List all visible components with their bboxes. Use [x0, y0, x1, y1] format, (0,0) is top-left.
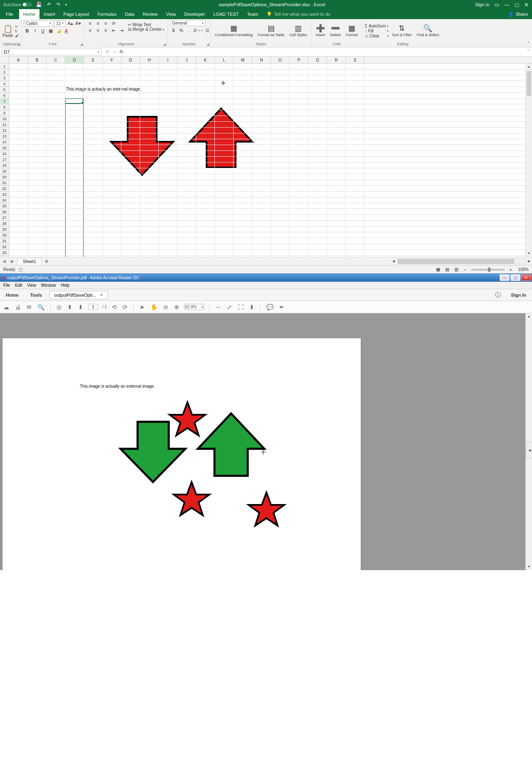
font-dialog-launcher[interactable]: ◢: [80, 42, 83, 46]
align-middle-icon[interactable]: ≡: [95, 20, 101, 27]
scroll-up-icon[interactable]: ▲: [526, 64, 532, 70]
increase-font-icon[interactable]: A▴: [67, 20, 74, 27]
column-header-p[interactable]: P: [290, 57, 308, 63]
zoom-out-icon[interactable]: ⊖: [163, 304, 169, 310]
row-header-32[interactable]: 32: [0, 244, 9, 250]
column-header-l[interactable]: L: [215, 57, 234, 63]
select-all-corner[interactable]: [0, 57, 9, 63]
conditional-formatting-button[interactable]: ▦Conditional Formatting: [213, 25, 254, 38]
horizontal-scrollbar[interactable]: ◀ ▶: [391, 258, 532, 264]
column-header-k[interactable]: K: [196, 57, 215, 63]
add-sheet-icon[interactable]: ⊕: [42, 259, 52, 263]
acrobat-signin-link[interactable]: Sign In: [505, 293, 532, 298]
fit-page-icon[interactable]: ⤢: [226, 304, 233, 310]
decrease-decimal-icon[interactable]: ←.0: [201, 27, 208, 34]
ribbon-tab-review[interactable]: Review: [138, 9, 162, 19]
font-size-select[interactable]: 11▾: [54, 20, 66, 27]
sign-in-link[interactable]: Sign in: [475, 2, 489, 7]
acrobat-tools-tab[interactable]: Tools: [25, 293, 48, 298]
paste-button[interactable]: 📋 Paste: [2, 24, 13, 38]
share-button[interactable]: 👤 Share: [504, 12, 532, 17]
row-header-3[interactable]: 3: [0, 75, 9, 81]
scrollbar-thumb[interactable]: [527, 71, 531, 96]
ribbon-tab-developer[interactable]: Developer: [180, 9, 209, 19]
currency-icon[interactable]: $: [170, 27, 177, 34]
clear-button[interactable]: ◇Clear▾: [365, 34, 389, 38]
row-header-2[interactable]: 2: [0, 69, 9, 75]
row-header-30[interactable]: 30: [0, 232, 9, 238]
acrobat-maximize-icon[interactable]: ◻: [510, 274, 520, 281]
view-page-break-icon[interactable]: ▥: [452, 267, 461, 272]
ribbon-tab-load-test[interactable]: LOAD TEST: [209, 9, 243, 19]
delete-cells-button[interactable]: ➖Delete: [328, 25, 342, 38]
hscroll-left-icon[interactable]: ◀: [391, 259, 397, 263]
row-header-6[interactable]: 6: [0, 93, 9, 98]
view-normal-icon[interactable]: ▦: [433, 267, 443, 272]
format-cells-button[interactable]: ▦Format: [344, 25, 360, 38]
selection-tool-icon[interactable]: ➤: [139, 304, 145, 310]
ribbon-tab-data[interactable]: Data: [121, 9, 138, 19]
enter-formula-icon[interactable]: ✓: [113, 49, 116, 54]
ribbon-display-icon[interactable]: ▭: [494, 2, 499, 8]
align-bottom-icon[interactable]: ≡: [102, 20, 109, 27]
qat-customize-icon[interactable]: ▾: [64, 3, 69, 7]
ribbon-tab-home[interactable]: Home: [19, 9, 39, 19]
ribbon-tab-insert[interactable]: Insert: [39, 9, 59, 19]
row-header-10[interactable]: 10: [0, 116, 9, 122]
column-header-s[interactable]: S: [346, 57, 365, 63]
format-as-table-button[interactable]: ▤Format as Table: [256, 25, 286, 38]
ribbon-tab-page-layout[interactable]: Page Layout: [59, 9, 94, 19]
acrobat-scroll-up-icon[interactable]: ▲: [526, 313, 532, 320]
column-header-q[interactable]: Q: [308, 57, 327, 63]
column-header-d[interactable]: D: [65, 57, 84, 63]
fullscreen-icon[interactable]: ⛶: [237, 304, 244, 310]
acrobat-help-icon[interactable]: ⓘ: [491, 291, 505, 299]
page-down-icon[interactable]: ⬇: [77, 304, 84, 310]
expand-formula-bar-icon[interactable]: ˅: [525, 49, 532, 54]
menu-file[interactable]: File: [2, 283, 12, 288]
tell-me-search[interactable]: 💡 Tell me what you want to do: [262, 12, 335, 17]
find-select-button[interactable]: 🔍Find & Select: [415, 25, 441, 38]
acrobat-document-area[interactable]: This image is actually an external image…: [0, 313, 532, 570]
clipboard-dialog-launcher[interactable]: ◢: [17, 42, 20, 46]
name-box-dropdown-icon[interactable]: ▾: [98, 50, 99, 54]
ribbon-tab-view[interactable]: View: [162, 9, 180, 19]
orientation-icon[interactable]: ⟳: [110, 20, 117, 27]
row-header-22[interactable]: 22: [0, 186, 9, 192]
page-number-input[interactable]: [88, 304, 98, 310]
autosum-button[interactable]: ΣAutoSum▾: [365, 24, 389, 28]
next-view-icon[interactable]: ⟳: [122, 304, 128, 310]
row-header-21[interactable]: 21: [0, 180, 9, 186]
font-color-button[interactable]: A: [63, 27, 69, 34]
row-header-28[interactable]: 28: [0, 221, 9, 226]
increase-indent-icon[interactable]: ⇥: [118, 27, 125, 34]
read-mode-icon[interactable]: ⬇: [249, 304, 255, 310]
row-header-16[interactable]: 16: [0, 151, 9, 157]
column-header-m[interactable]: M: [234, 57, 252, 63]
row-header-15[interactable]: 15: [0, 145, 9, 151]
page-thumbnails-icon[interactable]: ◎: [56, 304, 62, 310]
vertical-scrollbar[interactable]: ▲ ▼: [525, 64, 532, 257]
hscroll-right-icon[interactable]: ▶: [526, 259, 532, 263]
merge-center-button[interactable]: ⊟ Merge & Center ▾: [128, 27, 165, 32]
acrobat-close-icon[interactable]: ✕: [521, 274, 531, 281]
border-button[interactable]: ▦: [47, 28, 54, 34]
acrobat-scroll-down-icon[interactable]: ▼: [526, 563, 532, 570]
column-header-o[interactable]: O: [271, 57, 290, 63]
column-header-n[interactable]: N: [252, 57, 271, 63]
row-header-4[interactable]: 4: [0, 81, 9, 87]
worksheet-image-arrows[interactable]: [63, 100, 313, 225]
fill-color-button[interactable]: ◢: [55, 28, 62, 34]
column-header-r[interactable]: R: [327, 57, 346, 63]
decrease-font-icon[interactable]: A▾: [75, 20, 81, 27]
autosave-toggle[interactable]: AutoSave: [3, 2, 32, 7]
row-header-33[interactable]: 33: [0, 250, 9, 256]
menu-view[interactable]: View: [25, 283, 38, 288]
row-header-7[interactable]: 7: [0, 98, 9, 104]
column-header-i[interactable]: I: [159, 57, 177, 63]
acrobat-home-tab[interactable]: Home: [0, 293, 25, 298]
zoom-in-icon[interactable]: +: [507, 267, 515, 272]
menu-help[interactable]: Help: [59, 283, 71, 288]
row-header-14[interactable]: 14: [0, 139, 9, 145]
row-header-23[interactable]: 23: [0, 192, 9, 197]
